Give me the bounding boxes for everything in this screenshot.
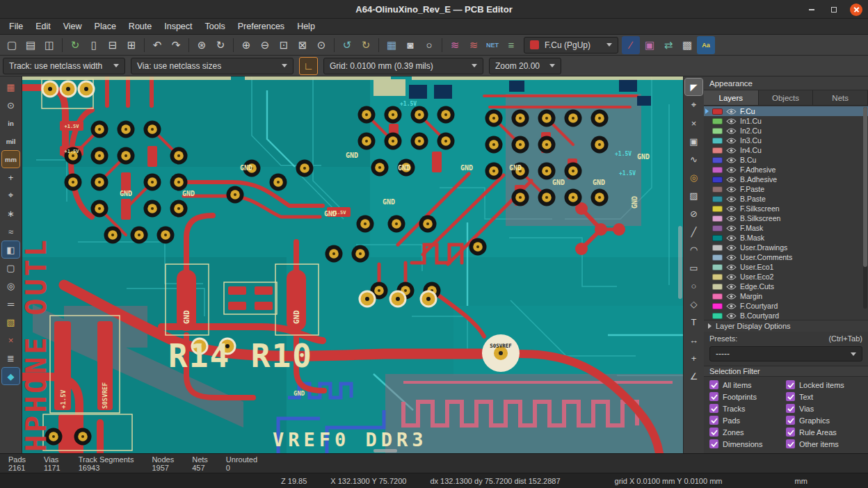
checkbox-icon[interactable] (709, 439, 718, 448)
layer-row[interactable]: In3.Cu (704, 136, 868, 145)
polar-coords-icon[interactable]: ⊙ (2, 97, 19, 113)
canvas-vertical-scrollbar[interactable] (678, 226, 682, 299)
ratsnest-icon[interactable]: ∗ (2, 205, 19, 222)
appearance-tab[interactable]: Nets (813, 90, 868, 105)
layer-row[interactable]: F.Mask (704, 223, 868, 233)
full-cursor-icon[interactable]: ⌖ (2, 187, 19, 204)
track-via-properties-icon[interactable]: ∟ (299, 57, 318, 75)
units-mils-icon[interactable]: mil (2, 133, 19, 149)
add-zone-icon[interactable]: ▨ (685, 187, 702, 204)
save-icon[interactable]: ◫ (40, 36, 58, 54)
scripting-console-icon[interactable]: ≣ (2, 350, 19, 366)
exchange-footprints-icon[interactable]: ⇄ (659, 36, 677, 54)
add-dimension-icon[interactable]: ↔ (685, 332, 702, 348)
menu-item[interactable]: Tools (199, 20, 232, 33)
group-items-icon[interactable]: ▦ (383, 36, 401, 54)
page-settings-icon[interactable]: ▯ (85, 36, 103, 54)
visibility-eye-icon[interactable] (726, 235, 737, 241)
filter-checkbox-item[interactable]: Graphics (786, 416, 862, 425)
delete-items-icon[interactable]: × (685, 115, 702, 131)
layer-row[interactable]: F.Adhesive (704, 165, 868, 174)
layer-color-swatch[interactable] (712, 206, 723, 212)
layer-color-swatch[interactable] (712, 177, 723, 183)
layer-color-swatch[interactable] (712, 196, 723, 202)
drill-origin-icon[interactable]: + (685, 350, 702, 366)
visibility-eye-icon[interactable] (726, 138, 737, 144)
layer-color-swatch[interactable] (712, 147, 723, 154)
layer-row[interactable]: F.Silkscreen (704, 204, 868, 213)
minimize-icon[interactable] (805, 3, 818, 16)
visibility-eye-icon[interactable] (726, 264, 737, 270)
visibility-eye-icon[interactable] (726, 108, 737, 115)
checkbox-icon[interactable] (786, 380, 795, 389)
checkbox-icon[interactable] (786, 428, 795, 437)
grid-selector[interactable]: Grid: 0.0100 mm (0.39 mils) (323, 58, 483, 74)
menu-item[interactable]: Route (122, 20, 158, 33)
close-icon[interactable] (850, 3, 862, 16)
plot-icon[interactable]: ⊞ (122, 36, 140, 54)
filter-checkbox-item[interactable]: Vias (786, 404, 862, 413)
layer-row[interactable]: User.Eco2 (704, 272, 868, 282)
filter-checkbox-item[interactable]: Zones (709, 428, 786, 437)
layer-color-swatch[interactable] (712, 108, 723, 115)
layer-row[interactable]: User.Comments (704, 252, 868, 262)
draw-arc-icon[interactable]: ◠ (685, 241, 702, 258)
visibility-eye-icon[interactable] (726, 177, 737, 183)
maximize-icon[interactable] (828, 3, 840, 16)
filter-checkbox-item[interactable]: Other items (786, 439, 862, 448)
filter-checkbox-item[interactable]: Text (786, 392, 862, 401)
layer-color-swatch[interactable] (712, 118, 723, 124)
layer-color-swatch[interactable] (712, 167, 723, 173)
zoom-selector[interactable]: Zoom 20.00 (489, 58, 561, 74)
menu-item[interactable]: Edit (29, 20, 57, 33)
visibility-eye-icon[interactable] (726, 284, 737, 290)
presets-selector[interactable]: ----- (709, 346, 862, 361)
visibility-eye-icon[interactable] (726, 225, 737, 231)
undo-icon[interactable]: ↶ (148, 36, 166, 54)
layer-color-swatch[interactable] (712, 313, 723, 319)
checkbox-icon[interactable] (786, 404, 795, 413)
hide-ratsnest-icon[interactable]: ≋ (465, 36, 483, 54)
layer-row[interactable]: F.Courtyard (704, 301, 868, 311)
visibility-eye-icon[interactable] (726, 157, 737, 163)
visibility-eye-icon[interactable] (726, 167, 737, 173)
sketch-tracks-icon[interactable]: ═ (2, 295, 19, 312)
checkbox-icon[interactable] (709, 380, 718, 389)
appearance-tab[interactable]: Objects (759, 90, 814, 105)
checkbox-icon[interactable] (709, 404, 718, 413)
zoom-in-icon[interactable]: ⊕ (237, 36, 255, 54)
layer-row[interactable]: In4.Cu (704, 145, 868, 155)
layer-row[interactable]: F.Cu (704, 106, 868, 116)
unlock-icon[interactable]: ○ (420, 36, 438, 54)
visibility-eye-icon[interactable] (726, 196, 737, 202)
layer-row[interactable]: B.Adhesive (704, 174, 868, 184)
layer-row[interactable]: B.Mask (704, 233, 868, 243)
visibility-eye-icon[interactable] (726, 118, 737, 124)
zoom-selection-icon[interactable]: ⊠ (294, 36, 312, 54)
layer-color-swatch[interactable] (712, 293, 723, 300)
checkbox-icon[interactable] (786, 439, 795, 448)
layer-row[interactable]: B.Paste (704, 194, 868, 204)
route-tracks-icon[interactable]: ∿ (685, 151, 702, 168)
menu-item[interactable]: Preferences (232, 20, 291, 33)
footprint-check-icon[interactable]: ▣ (641, 36, 659, 54)
rotate-ccw-icon[interactable]: ↺ (338, 36, 356, 54)
track-width-selector[interactable]: Track: use netclass width (3, 58, 125, 74)
layer-opacity-icon[interactable]: ∕ (622, 36, 640, 54)
layer-color-swatch[interactable] (712, 254, 723, 261)
visibility-eye-icon[interactable] (726, 274, 737, 280)
sketch-vias-icon[interactable]: ◎ (2, 277, 19, 294)
refresh-plugins-icon[interactable]: ↻ (66, 36, 84, 54)
active-layer-selector[interactable]: F.Cu (PgUp) (524, 37, 618, 54)
layer-row[interactable]: B.Silkscreen (704, 213, 868, 223)
layer-color-swatch[interactable] (712, 157, 723, 163)
visibility-eye-icon[interactable] (726, 245, 737, 251)
layer-row[interactable]: In2.Cu (704, 126, 868, 136)
layer-color-swatch[interactable] (712, 186, 723, 193)
units-inches-icon[interactable]: in (2, 115, 19, 131)
high-contrast-icon[interactable]: ◆ (2, 368, 19, 384)
layer-row[interactable]: User.Eco1 (704, 262, 868, 272)
layer-row[interactable]: B.Cu (704, 155, 868, 165)
visibility-eye-icon[interactable] (726, 254, 737, 261)
curved-ratsnest-icon[interactable]: ≈ (2, 223, 19, 240)
